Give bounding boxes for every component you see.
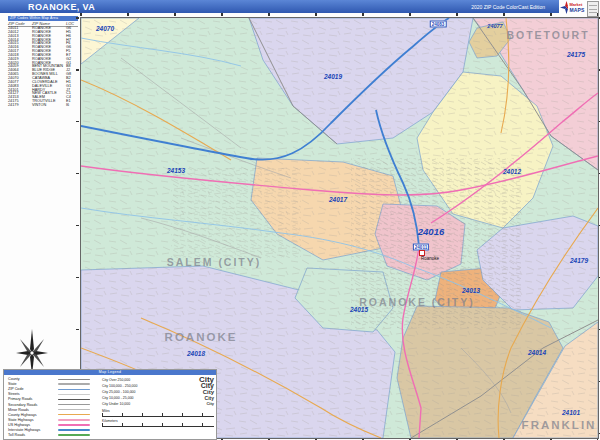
county-label-botetourt: BOTETOURT <box>506 29 589 41</box>
legend-line-sample <box>58 383 90 385</box>
zip-table-body: 24011ROANOKEG624012ROANOKEH524013ROANOKE… <box>8 27 78 108</box>
legend-city-row: City Under 10,000City <box>102 401 214 407</box>
zip-label-24018: 24018 <box>187 350 205 357</box>
zip-index-table: ZIP Codes Within Map Area ZIP Code ZIP N… <box>8 16 78 108</box>
legend-scale-kilometers: Kilometers <box>102 419 214 427</box>
logo-wordmark: Market MAPS <box>569 3 584 12</box>
grid-ticks-top <box>80 13 598 16</box>
legend-line-sample <box>58 414 90 416</box>
area-label-salem-city: SALEM (CITY) <box>167 256 262 268</box>
zip-label-24014: 24014 <box>528 349 546 356</box>
county-label-roanoke: ROANOKE <box>165 331 238 343</box>
legend-line-sample <box>58 424 90 426</box>
legend-road-symbols: CountyStateZIP CodeStreetsPrimary RoadsS… <box>4 375 100 438</box>
zip-label-24077: 24077 <box>487 23 502 29</box>
zip-label-24101: 24101 <box>562 409 580 416</box>
map-legend: Map Legend CountyStateZIP CodeStreetsPri… <box>3 369 217 440</box>
legend-city-sample: City <box>206 401 214 406</box>
salem-street-texture <box>171 168 301 258</box>
legend-line-sample <box>58 404 90 405</box>
zip-label-24179: 24179 <box>570 257 588 264</box>
legend-city-symbols: City Over 250,000CityCity 100,000 - 250,… <box>100 375 216 438</box>
kilometers-scale-bar <box>102 423 214 427</box>
edition-label: 2020 ZIP Code ColorCast Edition <box>471 4 545 10</box>
legend-line-sample <box>58 419 90 421</box>
town-label-roanoke: Roanoke <box>421 256 439 261</box>
legend-scale-miles: Miles <box>102 409 214 417</box>
legend-city-sample: City <box>205 395 214 401</box>
area-label-roanoke-city: ROANOKE (CITY) <box>359 296 475 308</box>
zip-label-24019: 24019 <box>324 73 342 80</box>
title-bar: ROANOKE, VA 2020 ZIP Code ColorCast Edit… <box>0 0 559 13</box>
map-page: ROANOKE, VA 2020 ZIP Code ColorCast Edit… <box>0 0 600 440</box>
zip-label-24017: 24017 <box>329 196 347 203</box>
legend-line-sample <box>58 434 90 436</box>
legend-line-sample <box>58 399 90 400</box>
county-label-franklin: FRANKLIN <box>522 419 597 431</box>
legend-road-row: Toll Roads <box>8 433 100 438</box>
zip-label-24013: 24013 <box>462 287 480 294</box>
page-title: ROANOKE, VA <box>0 2 95 12</box>
legend-line-sample <box>58 389 90 390</box>
zip-table-row: 24179VINTONI6 <box>8 104 78 108</box>
zip-label-24070: 24070 <box>96 25 114 32</box>
zip-label-24083: 24083 <box>430 21 447 28</box>
legend-line-sample <box>58 379 90 380</box>
legend-line-sample <box>58 409 90 410</box>
miles-scale-bar <box>102 413 214 417</box>
zip-label-24012: 24012 <box>503 168 521 175</box>
legend-line-sample <box>58 394 90 395</box>
legend-line-sample <box>58 429 90 432</box>
zip-label-24016: 24016 <box>418 226 444 237</box>
zip-label-24153: 24153 <box>167 167 185 174</box>
zip-label-24175: 24175 <box>567 51 585 58</box>
